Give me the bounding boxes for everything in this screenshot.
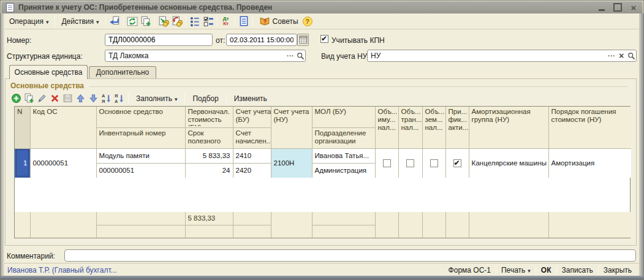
totals-asset: [96, 212, 185, 225]
minimize-icon[interactable]: [597, 3, 606, 12]
totals-cost: 5 833,33: [185, 212, 233, 225]
calendar-icon[interactable]: [297, 34, 309, 46]
magnifier-icon[interactable]: [295, 51, 305, 61]
date-input[interactable]: [226, 34, 297, 46]
kt-label: Кт: [223, 21, 229, 26]
unpost-document-icon[interactable]: [170, 15, 184, 28]
move-up-icon[interactable]: [75, 93, 86, 104]
cell-transport-tax-flag[interactable]: [398, 148, 422, 178]
fixed-asset-checkbox[interactable]: [453, 159, 461, 167]
dt-kt-icon[interactable]: Дт Кт: [219, 15, 233, 28]
comment-input[interactable]: [64, 249, 636, 262]
col-header-code: Код ОС: [30, 107, 96, 148]
list-settings-icon[interactable]: [188, 15, 202, 28]
print-button[interactable]: Печать: [496, 266, 536, 274]
cell-land-tax-flag[interactable]: [422, 148, 445, 178]
change-button[interactable]: Изменить: [230, 94, 271, 104]
post-document-icon[interactable]: [157, 15, 170, 28]
totals-mol: [312, 212, 375, 225]
nu-kind-input[interactable]: НУ: [367, 50, 637, 62]
cell-repayment-order[interactable]: Амортизация: [548, 148, 631, 178]
magnifier-icon[interactable]: [626, 51, 636, 61]
copy-add-icon[interactable]: [23, 93, 35, 104]
property-tax-checkbox[interactable]: [383, 159, 391, 167]
cell-useful-term[interactable]: 24: [185, 163, 233, 178]
cell-account-bu[interactable]: 2410: [233, 148, 271, 163]
tips-book-icon: ?: [259, 16, 270, 27]
table-command-bar: АЯ ЯА Заполнить Подбор Изменить: [10, 92, 271, 105]
cell-depreciation-group[interactable]: Канцелярские машины и компьютеры: [469, 148, 548, 178]
kpn-checkbox[interactable]: [320, 35, 328, 43]
nu-kind-label: Вид учета НУ:: [321, 52, 369, 61]
ellipsis-icon[interactable]: [607, 51, 616, 61]
col-header-asset: Основное средство: [96, 107, 185, 127]
totals-inventory: [96, 225, 185, 238]
help-icon[interactable]: ?: [303, 17, 313, 26]
sort-desc-icon[interactable]: ЯА: [113, 93, 125, 104]
cell-accrual-account[interactable]: 2420: [233, 163, 271, 178]
cell-fixed-asset-flag[interactable]: [445, 148, 469, 178]
totals-account-nu: [271, 212, 312, 238]
enter-based-on-icon[interactable]: [108, 15, 121, 28]
number-input[interactable]: [105, 34, 213, 46]
chevron-down-icon: [46, 17, 49, 26]
col-header-depreciation-group: Амортизационнаягруппа (НУ): [469, 107, 548, 148]
move-down-icon[interactable]: [88, 93, 99, 104]
add-icon[interactable]: [10, 93, 22, 104]
print-label: Печать: [501, 266, 525, 274]
delete-icon[interactable]: [49, 93, 61, 104]
totals-repayment-order: [548, 212, 631, 238]
tips-label: Советы: [273, 17, 298, 26]
refresh-icon[interactable]: [126, 15, 139, 28]
close-button[interactable]: Закрыть: [599, 266, 637, 274]
totals-account-bu: [233, 212, 271, 225]
table-empty-area[interactable]: [15, 178, 630, 212]
col-header-useful-term: Срокполезного: [185, 127, 233, 148]
transport-tax-checkbox[interactable]: [406, 159, 414, 167]
window-title: Принятие к учету ОС: Приобретенные основ…: [18, 3, 272, 12]
save-button[interactable]: Записать: [557, 266, 598, 274]
cell-inventory-number[interactable]: 000000051: [96, 163, 185, 178]
row-number-cell[interactable]: 1: [15, 148, 30, 178]
cell-department[interactable]: Администрация: [312, 163, 375, 178]
group-title: Основные средства: [10, 81, 84, 90]
close-icon[interactable]: ×: [629, 3, 638, 12]
tab-fixed-assets[interactable]: Основные средства: [9, 65, 88, 79]
finish-edit-icon[interactable]: [62, 93, 74, 104]
ok-button[interactable]: ОК: [536, 266, 556, 274]
toolbar-separator: [186, 16, 186, 26]
fill-button[interactable]: Заполнить: [132, 94, 181, 104]
col-header-n: N: [15, 107, 30, 148]
totals-row: 5 833,33: [15, 212, 631, 238]
cell-asset[interactable]: Модуль памяти: [96, 148, 185, 163]
maximize-icon[interactable]: [613, 3, 622, 12]
col-header-transport-tax: Объ...тран...нал...: [398, 107, 422, 148]
cell-cost[interactable]: 5 833,33: [185, 148, 233, 163]
cell-property-tax-flag[interactable]: [375, 148, 398, 178]
pick-button[interactable]: Подбор: [188, 94, 222, 104]
check-list-icon[interactable]: [202, 15, 215, 28]
ellipsis-icon[interactable]: [286, 51, 295, 61]
cell-mol[interactable]: Иванова Татья...: [312, 148, 375, 163]
tips-button[interactable]: ? Советы: [255, 15, 303, 28]
sort-asc-icon[interactable]: АЯ: [100, 93, 112, 104]
edit-icon[interactable]: [36, 93, 48, 104]
cell-account-nu[interactable]: 2100Н: [271, 148, 312, 178]
group-divider: [89, 86, 627, 87]
land-tax-checkbox[interactable]: [430, 159, 438, 167]
toolbar-separator: [55, 16, 55, 26]
os1-form-button[interactable]: Форма ОС-1: [444, 266, 496, 274]
document-journal-icon[interactable]: [237, 15, 251, 28]
unit-input[interactable]: ТД Лакомка: [105, 50, 306, 62]
tab-additional[interactable]: Дополнительно: [89, 66, 156, 79]
window-left-edge: [1, 13, 4, 276]
clear-icon[interactable]: [616, 51, 626, 61]
title-bar: Принятие к учету ОС: Приобретенные основ…: [1, 1, 643, 13]
svg-text:Я: Я: [102, 99, 105, 104]
operation-menu-button[interactable]: Операция: [5, 16, 53, 27]
actions-menu-button[interactable]: Действия: [57, 16, 103, 27]
cell-code[interactable]: 000000051: [30, 148, 96, 178]
copy-add-icon[interactable]: [139, 15, 153, 28]
chevron-down-icon: [96, 17, 99, 26]
assets-table: N Код ОС Основное средство Первоначал...…: [14, 106, 631, 238]
